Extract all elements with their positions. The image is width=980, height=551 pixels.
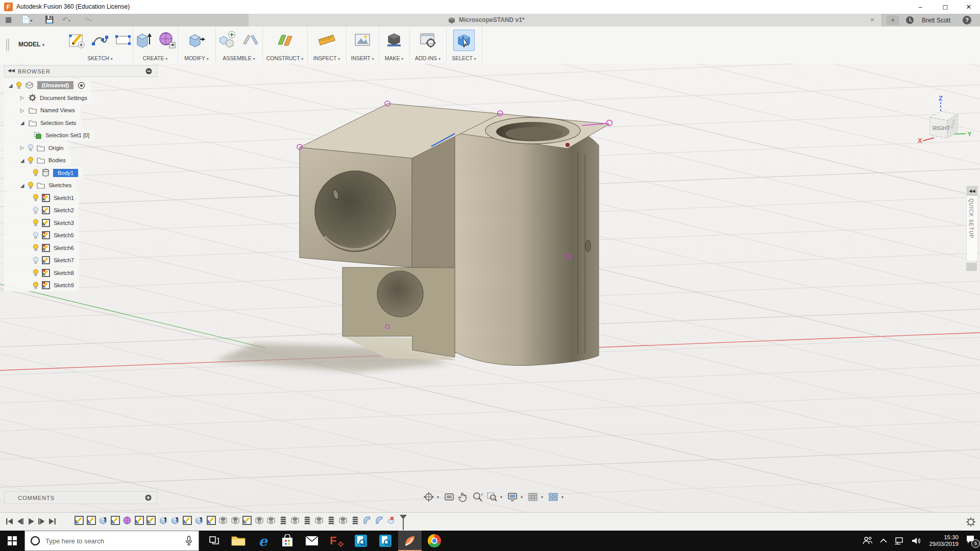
- ribbon-menu-create[interactable]: CREATE ▾: [133, 55, 178, 61]
- browser-item-selection-set1-0-[interactable]: Selection Set1 [0]: [4, 129, 94, 141]
- visibility-bulb-icon[interactable]: [33, 194, 39, 202]
- browser-item-body1[interactable]: Body1: [4, 167, 83, 179]
- new-file-icon[interactable]: 📄▾: [21, 15, 32, 24]
- visibility-bulb-icon[interactable]: [33, 169, 39, 177]
- timeline-feature-sketch-1[interactable]: [75, 516, 84, 525]
- browser-item-sketches[interactable]: ◢Sketches: [4, 179, 77, 191]
- collapse-arrow-icon[interactable]: ◢: [19, 120, 26, 126]
- collapse-panel-icon[interactable]: ◀◀: [8, 68, 15, 73]
- visibility-bulb-icon[interactable]: [33, 269, 39, 277]
- taskbar-clock[interactable]: 15:30 29/03/2019: [929, 534, 959, 547]
- collapse-arrow-icon[interactable]: ◢: [19, 158, 26, 163]
- timeline-feature-sketch-4[interactable]: [111, 516, 120, 525]
- timeline-feature-form-5[interactable]: [122, 516, 132, 525]
- start-button[interactable]: [0, 531, 24, 551]
- network-icon[interactable]: [894, 537, 904, 545]
- taskbar-app-mail[interactable]: [300, 531, 324, 551]
- form-icon[interactable]: [157, 30, 177, 50]
- ribbon-menu-sketch[interactable]: SKETCH ▾: [67, 55, 133, 61]
- close-button[interactable]: ✕: [958, 0, 980, 14]
- ribbon-menu-insert[interactable]: INSERT ▾: [346, 55, 379, 61]
- spline-icon[interactable]: [90, 30, 110, 50]
- visibility-bulb-icon[interactable]: [28, 182, 34, 189]
- visibility-bulb-icon[interactable]: [28, 157, 34, 164]
- taskbar-app-file-explorer[interactable]: [227, 531, 250, 551]
- visibility-bulb-icon[interactable]: [33, 232, 39, 239]
- visibility-bulb-icon[interactable]: [28, 144, 34, 152]
- ribbon-menu-make[interactable]: MAKE ▾: [379, 55, 409, 61]
- taskbar-app-fusion-360[interactable]: [398, 531, 422, 551]
- plane-icon[interactable]: [275, 30, 295, 50]
- visibility-bulb-icon[interactable]: [33, 257, 39, 264]
- add-comment-icon[interactable]: [145, 494, 152, 501]
- browser-item-sketch1[interactable]: Sketch1: [4, 192, 79, 204]
- quick-setup-panel[interactable]: ◀◀ QUICK SETUP: [966, 186, 978, 261]
- browser-item-named-views[interactable]: ▷Named Views: [4, 104, 80, 116]
- maximize-button[interactable]: ◻: [934, 0, 957, 14]
- grid-display-icon[interactable]: [527, 491, 539, 503]
- timeline-feature-sketch-7[interactable]: [146, 516, 156, 525]
- timeline-feature-sketch-12[interactable]: [207, 516, 216, 525]
- timeline-feature-sketch-2[interactable]: [87, 516, 96, 525]
- select-icon[interactable]: [453, 30, 475, 51]
- browser-header[interactable]: ◀◀ BROWSER: [4, 65, 157, 77]
- timeline-feature-sketch-15[interactable]: [242, 516, 252, 525]
- expand-arrow-icon[interactable]: ▷: [19, 95, 26, 101]
- timeline-feature-extrude-3[interactable]: [99, 516, 108, 525]
- timeline-step-back-button[interactable]: [15, 516, 25, 527]
- dropdown-caret-icon[interactable]: ▾: [437, 495, 439, 499]
- timeline-position-marker[interactable]: [399, 515, 407, 530]
- volume-icon[interactable]: [912, 537, 922, 545]
- workspace-switcher[interactable]: MODEL ▾: [0, 27, 67, 63]
- timeline-feature-extrude-11[interactable]: [194, 516, 204, 525]
- dropdown-caret-icon[interactable]: ▾: [561, 495, 564, 499]
- browser-item-document-settings[interactable]: ▷ Document Settings: [4, 92, 92, 104]
- new-component-icon[interactable]: [217, 30, 237, 50]
- timeline-feature-hole-13[interactable]: [218, 516, 228, 525]
- app-grid-icon[interactable]: ▦: [5, 15, 12, 24]
- ribbon-menu-select[interactable]: SELECT ▾: [446, 55, 482, 61]
- scrollbar-thumb[interactable]: [966, 263, 977, 271]
- new-tab-button[interactable]: +: [886, 15, 899, 25]
- recent-clock-icon[interactable]: [905, 16, 914, 24]
- people-icon[interactable]: [863, 536, 873, 545]
- timeline-go-to-end-button[interactable]: [47, 516, 57, 527]
- undo-icon[interactable]: ↶▾: [62, 15, 70, 24]
- taskbar-app-chrome[interactable]: [423, 531, 446, 551]
- redo-icon[interactable]: ↷▾: [84, 15, 92, 24]
- pan-icon[interactable]: [457, 491, 470, 503]
- visibility-bulb-icon[interactable]: [33, 244, 39, 252]
- browser-item-origin[interactable]: ▷Origin: [4, 142, 68, 154]
- ribbon-menu-assemble[interactable]: ASSEMBLE ▾: [215, 55, 262, 61]
- ribbon-menu-inspect[interactable]: INSPECT ▾: [307, 55, 346, 61]
- browser-item-sketch5[interactable]: Sketch5: [4, 229, 79, 241]
- taskbar-app-drawing-doc-2[interactable]: [374, 531, 397, 551]
- look-at-icon[interactable]: [443, 491, 455, 503]
- collapse-arrow-icon[interactable]: ◢: [19, 183, 26, 188]
- notification-center-icon[interactable]: 5: [966, 535, 979, 547]
- dropdown-caret-icon[interactable]: ▾: [541, 495, 543, 499]
- browser-item--unsaved-[interactable]: ◢(Unsaved): [4, 79, 90, 91]
- visibility-bulb-icon[interactable]: [33, 282, 39, 289]
- timeline-feature-thread-20[interactable]: [303, 516, 312, 525]
- ribbon-menu-add-ins[interactable]: ADD-INS ▾: [409, 55, 446, 61]
- taskbar-app-store[interactable]: [276, 531, 299, 551]
- zoom-icon[interactable]: ±: [472, 491, 484, 503]
- collapse-arrow-icon[interactable]: ◢: [7, 83, 14, 88]
- measure-icon[interactable]: [316, 30, 337, 50]
- close-tab-icon[interactable]: ×: [870, 16, 874, 23]
- browser-item-sketch7[interactable]: Sketch7: [4, 254, 79, 266]
- viewports-icon[interactable]: [547, 491, 559, 503]
- visibility-bulb-icon[interactable]: [33, 219, 39, 227]
- user-name[interactable]: Brett Scott: [922, 17, 950, 24]
- comments-bar[interactable]: COMMENTS: [4, 491, 157, 504]
- expand-arrow-icon[interactable]: ▷: [19, 145, 26, 151]
- dropdown-caret-icon[interactable]: ▾: [500, 495, 502, 499]
- timeline-feature-thread-22[interactable]: [327, 516, 336, 525]
- model-base-hole[interactable]: [377, 271, 423, 317]
- minimize-button[interactable]: –: [909, 0, 932, 14]
- browser-item-selection-sets[interactable]: ◢Selection Sets: [4, 117, 81, 129]
- window-zoom-icon[interactable]: [486, 491, 498, 503]
- timeline-feature-delete-27[interactable]: [386, 516, 396, 525]
- timeline-settings-gear-icon[interactable]: [966, 517, 976, 527]
